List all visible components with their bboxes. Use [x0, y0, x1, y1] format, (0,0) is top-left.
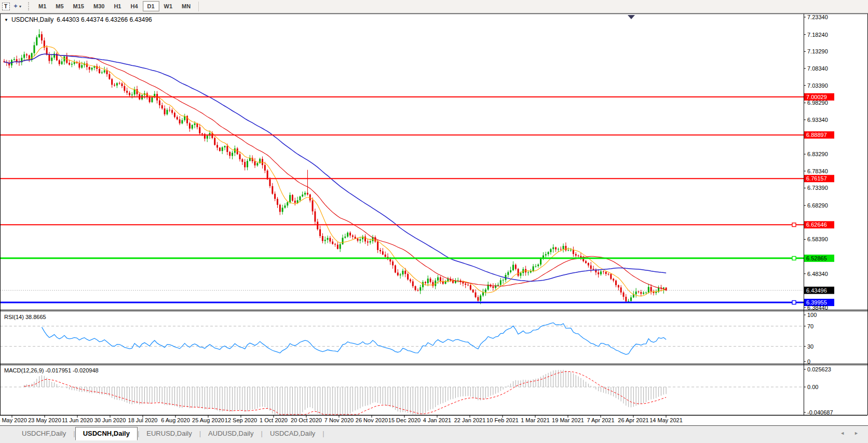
- grid-lines: [0, 290, 804, 387]
- price-tick-label: 6.73390: [807, 185, 828, 191]
- text-tool-icon: T: [2, 3, 10, 10]
- date-tick-label: 4 Jan 2021: [423, 417, 451, 423]
- level-handle-6.39955[interactable]: [792, 301, 796, 304]
- level-price-tag-text: 6.76157: [806, 175, 827, 182]
- ma-25-line: [4, 54, 666, 289]
- top-toolbar: T ✦ ▾ M1M5M15M30H1H4D1W1MN: [0, 0, 868, 13]
- price-tick-label: 6.93340: [807, 117, 828, 123]
- toolbar-grip-handle[interactable]: [28, 2, 31, 10]
- axis-labels: 7.000296.888976.761576.626466.528656.399…: [0, 14, 834, 423]
- symbol-tab-bar: USDCHF,Daily|USDCNH,Daily|EURUSD,Daily|A…: [0, 425, 868, 443]
- chart-window[interactable]: ▼ USDCNH,Daily 6.44303 6.44374 6.43266 6…: [0, 13, 868, 425]
- chart-symbol-label: USDCNH,Daily: [11, 16, 53, 23]
- chevron-down-icon: ▾: [19, 4, 21, 9]
- panel-frames: [0, 13, 868, 416]
- price-tick-label: 6.78340: [807, 168, 828, 174]
- rsi-tick-label: 70: [807, 323, 813, 329]
- rsi-indicator-label: RSI(14) 38.8665: [4, 314, 46, 320]
- date-tick-label: 1 Oct 2020: [260, 417, 288, 423]
- date-tick-label: 5 May 2020: [0, 417, 27, 423]
- price-tick-label: 6.48340: [807, 271, 828, 277]
- date-tick-label: 30 Jun 2020: [94, 417, 126, 423]
- timeframe-button-h1[interactable]: H1: [109, 1, 126, 11]
- date-tick-label: 26 Apr 2021: [618, 417, 648, 423]
- timeframe-button-m1[interactable]: M1: [34, 1, 51, 11]
- level-price-tag-text: 6.88897: [806, 132, 827, 138]
- timeframe-button-w1[interactable]: W1: [159, 1, 178, 11]
- chart-ohlc-values: 6.44303 6.44374 6.43266 6.43496: [57, 16, 152, 23]
- arrows-tool-icon: ✦: [13, 3, 18, 10]
- symbol-tab-audusd[interactable]: AUDUSD,Daily: [201, 427, 261, 440]
- level-handle-6.62646[interactable]: [792, 223, 796, 227]
- macd-indicator-label: MACD(12,26,9) -0.017951 -0.020948: [4, 367, 99, 373]
- level-price-tag-text: 6.52865: [806, 255, 827, 261]
- timeframe-button-m15[interactable]: M15: [69, 1, 89, 11]
- date-tick-label: 7 Nov 2020: [324, 417, 354, 423]
- current-price-tag-text: 6.43496: [806, 287, 827, 294]
- date-tick-label: 25 Aug 2020: [192, 417, 224, 423]
- price-tick-label: 6.98290: [807, 100, 828, 106]
- ma-55-line: [4, 54, 666, 281]
- candles: [4, 29, 667, 304]
- date-tick-label: 1 Mar 2021: [521, 417, 550, 423]
- symbol-tab-eurusd[interactable]: EURUSD,Daily: [139, 427, 199, 440]
- timeframe-button-mn[interactable]: MN: [177, 1, 195, 11]
- tab-separator: |: [322, 427, 324, 437]
- date-tick-label: 18 Jul 2020: [128, 417, 158, 423]
- price-tick-label: 6.38440: [807, 304, 828, 311]
- date-tick-label: 23 May 2020: [28, 417, 61, 423]
- macd-histogram: [24, 370, 666, 414]
- rsi-tick-label: 100: [807, 312, 817, 318]
- price-tick-label: 6.58390: [807, 236, 828, 242]
- tab-scroll-right-button[interactable]: ►: [854, 431, 859, 436]
- timeframe-button-group: M1M5M15M30H1H4D1W1MN: [34, 1, 195, 11]
- macd-tick-label: 0.025623: [807, 366, 831, 372]
- price-tick-label: 6.83290: [807, 151, 828, 157]
- date-tick-label: 12 Sep 2020: [225, 417, 257, 423]
- rsi-line: [42, 323, 667, 354]
- date-tick-label: 26 Nov 2020: [356, 417, 388, 423]
- date-tick-label: 19 Mar 2021: [552, 417, 584, 423]
- arrows-tool-button[interactable]: ✦ ▾: [12, 1, 22, 11]
- date-tick-label: 11 Jun 2020: [62, 417, 93, 423]
- macd-tick-label: 0.00: [807, 384, 818, 390]
- level-price-tag-text: 7.00029: [806, 94, 827, 100]
- price-tick-label: 7.13290: [807, 48, 828, 54]
- price-tick-label: 6.68290: [807, 202, 828, 209]
- level-price-tag-text: 6.62646: [806, 222, 827, 228]
- price-tick-label: 7.18240: [807, 32, 828, 38]
- macd-tick-label: -0.040687: [807, 409, 833, 416]
- collapse-data-window-icon[interactable]: ▼: [4, 18, 8, 22]
- timeframe-button-m5[interactable]: M5: [51, 1, 68, 11]
- timeframe-button-d1[interactable]: D1: [143, 1, 159, 11]
- symbol-tab-usdchf[interactable]: USDCHF,Daily: [15, 427, 73, 440]
- price-tick-label: 7.03390: [807, 82, 828, 89]
- date-tick-label: 6 Aug 2020: [161, 417, 190, 423]
- toolbar-separator: [198, 2, 199, 11]
- price-chart-canvas[interactable]: 7.000296.888976.761576.626466.528656.399…: [0, 13, 868, 425]
- level-handle-6.52865[interactable]: [792, 256, 796, 260]
- date-tick-label: 22 Jan 2021: [454, 417, 486, 423]
- symbol-tab-usdcnh[interactable]: USDCNH,Daily: [75, 427, 138, 440]
- date-tick-label: 10 Feb 2021: [486, 417, 519, 423]
- price-tick-label: 7.23340: [807, 14, 828, 20]
- rsi-tick-label: 0: [807, 358, 810, 365]
- symbol-tab-usdcad[interactable]: USDCAD,Daily: [263, 427, 322, 440]
- price-tick-label: 7.08340: [807, 65, 828, 72]
- rsi-tick-label: 30: [807, 343, 813, 350]
- text-tool-button[interactable]: T: [1, 1, 11, 11]
- timeframe-button-h4[interactable]: H4: [126, 1, 142, 11]
- chart-shift-marker[interactable]: [628, 15, 635, 19]
- timeframe-button-m30[interactable]: M30: [89, 1, 109, 11]
- date-tick-label: 7 Apr 2021: [587, 417, 614, 423]
- date-tick-label: 14 May 2021: [649, 417, 683, 423]
- tab-scroll-left-button[interactable]: ◄: [840, 431, 845, 436]
- mt4-application-window: T ✦ ▾ M1M5M15M30H1H4D1W1MN ▼ USDCNH,Dail…: [0, 0, 868, 443]
- chart-title: ▼ USDCNH,Daily 6.44303 6.44374 6.43266 6…: [4, 16, 152, 23]
- date-tick-label: 15 Dec 2020: [388, 417, 421, 423]
- date-tick-label: 20 Oct 2020: [291, 417, 322, 423]
- horizontal-level-lines[interactable]: [0, 97, 804, 304]
